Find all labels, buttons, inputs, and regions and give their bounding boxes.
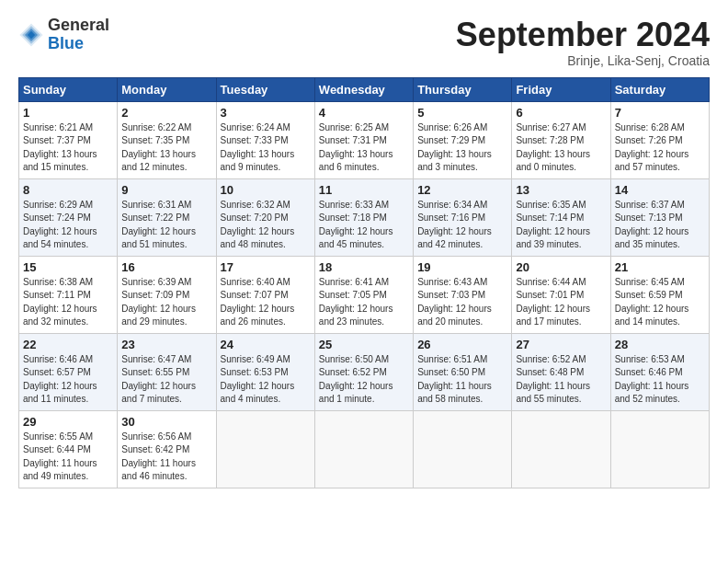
logo-general-text: General [48, 17, 109, 35]
day-detail: Sunrise: 6:24 AMSunset: 7:33 PMDaylight:… [221, 122, 295, 173]
day-detail: Sunrise: 6:28 AMSunset: 7:26 PMDaylight:… [615, 122, 689, 173]
header-thursday: Thursday [414, 77, 512, 101]
day-detail: Sunrise: 6:51 AMSunset: 6:50 PMDaylight:… [417, 354, 492, 405]
day-detail: Sunrise: 6:25 AMSunset: 7:31 PMDaylight:… [319, 122, 393, 173]
day-number: 23 [121, 338, 211, 351]
day-detail: Sunrise: 6:50 AMSunset: 6:52 PMDaylight:… [319, 354, 393, 405]
header-wednesday: Wednesday [314, 77, 413, 101]
table-row: 2Sunrise: 6:22 AMSunset: 7:35 PMDaylight… [118, 101, 216, 178]
day-number: 1 [23, 106, 113, 120]
table-row: 3Sunrise: 6:24 AMSunset: 7:33 PMDaylight… [216, 101, 314, 178]
table-row: 18Sunrise: 6:41 AMSunset: 7:05 PMDayligh… [314, 256, 413, 333]
table-row: 14Sunrise: 6:37 AMSunset: 7:13 PMDayligh… [610, 178, 709, 256]
day-detail: Sunrise: 6:47 AMSunset: 6:55 PMDaylight:… [121, 354, 196, 405]
logo-icon [18, 22, 44, 48]
table-row: 4Sunrise: 6:25 AMSunset: 7:31 PMDaylight… [314, 101, 413, 178]
table-row: 8Sunrise: 6:29 AMSunset: 7:24 PMDaylight… [19, 178, 118, 256]
table-row: 13Sunrise: 6:35 AMSunset: 7:14 PMDayligh… [512, 178, 610, 256]
day-number: 24 [221, 338, 311, 351]
header-friday: Friday [512, 77, 610, 101]
table-row: 16Sunrise: 6:39 AMSunset: 7:09 PMDayligh… [118, 256, 216, 333]
day-number: 25 [319, 338, 409, 351]
day-detail: Sunrise: 6:29 AMSunset: 7:24 PMDaylight:… [23, 200, 97, 250]
table-row: 22Sunrise: 6:46 AMSunset: 6:57 PMDayligh… [19, 333, 118, 410]
table-row [512, 410, 610, 488]
table-row: 15Sunrise: 6:38 AMSunset: 7:11 PMDayligh… [19, 256, 118, 333]
day-number: 12 [417, 183, 507, 197]
table-row: 1Sunrise: 6:21 AMSunset: 7:37 PMDaylight… [19, 101, 118, 178]
table-row [216, 410, 314, 488]
table-row [414, 410, 512, 488]
header-saturday: Saturday [610, 77, 709, 101]
day-number: 3 [221, 106, 311, 120]
day-detail: Sunrise: 6:33 AMSunset: 7:18 PMDaylight:… [319, 200, 393, 250]
day-detail: Sunrise: 6:39 AMSunset: 7:09 PMDaylight:… [121, 277, 196, 327]
day-number: 5 [417, 106, 507, 120]
header-tuesday: Tuesday [216, 77, 314, 101]
header-monday: Monday [118, 77, 216, 101]
day-number: 26 [417, 338, 507, 351]
day-detail: Sunrise: 6:22 AMSunset: 7:35 PMDaylight:… [121, 122, 196, 173]
table-row: 30Sunrise: 6:56 AMSunset: 6:42 PMDayligh… [118, 410, 216, 488]
table-row: 28Sunrise: 6:53 AMSunset: 6:46 PMDayligh… [610, 333, 709, 410]
day-number: 9 [121, 183, 211, 197]
table-row: 10Sunrise: 6:32 AMSunset: 7:20 PMDayligh… [216, 178, 314, 256]
day-number: 4 [319, 106, 409, 120]
table-row [314, 410, 413, 488]
day-detail: Sunrise: 6:38 AMSunset: 7:11 PMDaylight:… [23, 277, 97, 327]
location: Brinje, Lika-Senj, Croatia [456, 53, 710, 68]
day-number: 20 [516, 260, 606, 274]
day-detail: Sunrise: 6:34 AMSunset: 7:16 PMDaylight:… [417, 200, 492, 250]
day-number: 11 [319, 183, 409, 197]
day-number: 22 [23, 338, 113, 351]
page: General Blue September 2024 Brinje, Lika… [0, 0, 728, 498]
table-row: 21Sunrise: 6:45 AMSunset: 6:59 PMDayligh… [610, 256, 709, 333]
day-detail: Sunrise: 6:26 AMSunset: 7:29 PMDaylight:… [417, 122, 492, 173]
day-number: 30 [121, 415, 211, 429]
day-number: 19 [417, 260, 507, 274]
day-detail: Sunrise: 6:37 AMSunset: 7:13 PMDaylight:… [615, 200, 689, 250]
day-number: 15 [23, 260, 113, 274]
table-row: 25Sunrise: 6:50 AMSunset: 6:52 PMDayligh… [314, 333, 413, 410]
day-detail: Sunrise: 6:45 AMSunset: 6:59 PMDaylight:… [615, 277, 689, 327]
day-number: 8 [23, 183, 113, 197]
day-detail: Sunrise: 6:31 AMSunset: 7:22 PMDaylight:… [121, 200, 196, 250]
table-row: 24Sunrise: 6:49 AMSunset: 6:53 PMDayligh… [216, 333, 314, 410]
header-sunday: Sunday [19, 77, 118, 101]
header: General Blue September 2024 Brinje, Lika… [18, 17, 710, 68]
day-detail: Sunrise: 6:44 AMSunset: 7:01 PMDaylight:… [516, 277, 590, 327]
table-row: 11Sunrise: 6:33 AMSunset: 7:18 PMDayligh… [314, 178, 413, 256]
table-row: 7Sunrise: 6:28 AMSunset: 7:26 PMDaylight… [610, 101, 709, 178]
day-number: 10 [221, 183, 311, 197]
day-number: 17 [221, 260, 311, 274]
day-number: 29 [23, 415, 113, 429]
table-row: 12Sunrise: 6:34 AMSunset: 7:16 PMDayligh… [414, 178, 512, 256]
day-detail: Sunrise: 6:49 AMSunset: 6:53 PMDaylight:… [221, 354, 295, 405]
day-number: 18 [319, 260, 409, 274]
day-detail: Sunrise: 6:40 AMSunset: 7:07 PMDaylight:… [221, 277, 295, 327]
day-number: 27 [516, 338, 606, 351]
table-row: 17Sunrise: 6:40 AMSunset: 7:07 PMDayligh… [216, 256, 314, 333]
table-row: 23Sunrise: 6:47 AMSunset: 6:55 PMDayligh… [118, 333, 216, 410]
day-number: 21 [615, 260, 705, 274]
day-detail: Sunrise: 6:52 AMSunset: 6:48 PMDaylight:… [516, 354, 590, 405]
calendar-table: Sunday Monday Tuesday Wednesday Thursday… [18, 77, 710, 488]
logo: General Blue [18, 17, 109, 53]
table-row: 5Sunrise: 6:26 AMSunset: 7:29 PMDaylight… [414, 101, 512, 178]
day-detail: Sunrise: 6:27 AMSunset: 7:28 PMDaylight:… [516, 122, 590, 173]
calendar-header-row: Sunday Monday Tuesday Wednesday Thursday… [19, 77, 710, 101]
table-row: 6Sunrise: 6:27 AMSunset: 7:28 PMDaylight… [512, 101, 610, 178]
table-row: 20Sunrise: 6:44 AMSunset: 7:01 PMDayligh… [512, 256, 610, 333]
day-detail: Sunrise: 6:46 AMSunset: 6:57 PMDaylight:… [23, 354, 97, 405]
logo-blue-text: Blue [48, 35, 109, 53]
day-detail: Sunrise: 6:35 AMSunset: 7:14 PMDaylight:… [516, 200, 590, 250]
day-number: 7 [615, 106, 705, 120]
day-detail: Sunrise: 6:56 AMSunset: 6:42 PMDaylight:… [121, 431, 196, 482]
day-number: 28 [615, 338, 705, 351]
day-detail: Sunrise: 6:21 AMSunset: 7:37 PMDaylight:… [23, 122, 97, 173]
table-row [610, 410, 709, 488]
day-number: 2 [121, 106, 211, 120]
table-row: 29Sunrise: 6:55 AMSunset: 6:44 PMDayligh… [19, 410, 118, 488]
day-number: 16 [121, 260, 211, 274]
day-detail: Sunrise: 6:55 AMSunset: 6:44 PMDaylight:… [23, 431, 97, 482]
